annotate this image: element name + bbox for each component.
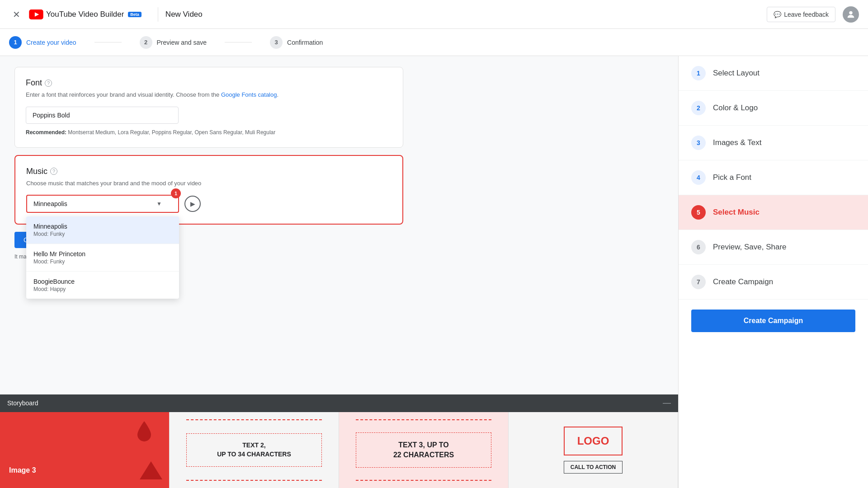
sidebar-item-create-campaign[interactable]: 7 Create Campaign	[679, 265, 868, 300]
music-select-container: 1 Minneapolis ▼ Minneapolis Mood: Funky …	[26, 195, 179, 213]
storyboard-frame-1[interactable]: Image 3	[0, 412, 170, 488]
sidebar-label-3: Images & Text	[713, 138, 761, 147]
step-1[interactable]: 1 Create your video	[9, 36, 76, 49]
header-divider	[158, 7, 158, 22]
avatar[interactable]	[843, 6, 859, 23]
frame-4-logo: LOGO	[564, 427, 623, 455]
option-mood-0: Mood: Funky	[33, 231, 172, 237]
select-arrow-icon: ▼	[156, 201, 162, 207]
feedback-label: Leave feedback	[784, 11, 829, 18]
music-badge: 1	[171, 188, 181, 198]
storyboard-minimize-button[interactable]: —	[663, 398, 671, 408]
option-name-2: BoogieBounce	[33, 278, 172, 285]
music-option-hello-mr-princeton[interactable]: Hello Mr Princeton Mood: Funky	[26, 244, 179, 272]
sidebar-item-pick-font[interactable]: 4 Pick a Font	[679, 160, 868, 195]
frame-3-bottom-dash	[356, 480, 491, 481]
storyboard-bar: Storyboard —	[0, 394, 678, 411]
header-right: 💬 Leave feedback	[767, 6, 859, 23]
option-mood-2: Mood: Happy	[33, 286, 172, 292]
frame-3-line2: 22 CHARACTERS	[360, 450, 487, 460]
music-play-button[interactable]: ▶	[184, 196, 201, 212]
recommended-label: Recommended:	[26, 129, 66, 136]
music-option-minneapolis[interactable]: Minneapolis Mood: Funky	[26, 216, 179, 244]
sidebar-item-images-text[interactable]: 3 Images & Text	[679, 126, 868, 160]
app-logo: YouTube Video Builder Beta	[29, 9, 142, 19]
sidebar-label-4: Pick a Font	[713, 173, 751, 182]
storyboard-title: Storyboard	[7, 399, 38, 407]
frame-1-triangle	[140, 461, 162, 481]
avatar-icon	[846, 9, 856, 19]
frame-1-content: Image 3	[0, 412, 169, 488]
step-1-label: Create your video	[26, 39, 76, 46]
sidebar-label-2: Color & Logo	[713, 103, 758, 113]
steps-bar: 1 Create your video 2 Preview and save 3…	[0, 29, 868, 56]
font-description: Enter a font that reinforces your brand …	[26, 90, 392, 99]
storyboard-frames: Image 3 TEXT 2, UP TO 34 CHARACTERS TEXT…	[0, 411, 678, 488]
sidebar-item-preview-save[interactable]: 6 Preview, Save, Share	[679, 230, 868, 265]
font-section-title: Font ?	[26, 78, 392, 88]
sidebar-circle-6: 6	[691, 240, 706, 254]
frame-2-bottom-dash	[186, 480, 321, 481]
frame-1-label: Image 3	[9, 466, 36, 474]
frame-3-line1: TEXT 3, UP TO	[360, 440, 487, 450]
app-name-label: YouTube Video Builder	[46, 10, 124, 19]
music-section: Music ? Choose music that matches your b…	[14, 155, 403, 225]
frame-3-top-dash	[356, 419, 491, 420]
step-2[interactable]: 2 Preview and save	[140, 36, 207, 49]
recommended-fonts: Recommended: Montserrat Medium, Lora Reg…	[26, 128, 392, 136]
sidebar-label-5: Select Music	[713, 208, 760, 217]
right-sidebar: 1 Select Layout 2 Color & Logo 3 Images …	[678, 56, 868, 488]
youtube-icon	[29, 9, 43, 19]
sidebar-circle-2: 2	[691, 101, 706, 115]
option-name-0: Minneapolis	[33, 223, 172, 230]
frame-2-line1: TEXT 2,	[190, 441, 317, 450]
step-2-circle: 2	[140, 36, 152, 49]
feedback-button[interactable]: 💬 Leave feedback	[767, 7, 835, 22]
step-connector-1	[94, 42, 122, 42]
font-help-icon[interactable]: ?	[45, 80, 52, 87]
sidebar-circle-1: 1	[691, 66, 706, 80]
storyboard-frame-4[interactable]: LOGO CALL TO ACTION	[509, 412, 678, 488]
sidebar-item-select-layout[interactable]: 1 Select Layout	[679, 56, 868, 91]
music-description: Choose music that matches your brand and…	[26, 179, 392, 188]
font-input[interactable]	[26, 107, 179, 124]
option-mood-1: Mood: Funky	[33, 258, 172, 265]
music-help-icon[interactable]: ?	[50, 168, 57, 175]
music-dropdown-menu: Minneapolis Mood: Funky Hello Mr Princet…	[26, 216, 179, 299]
sidebar-circle-4: 4	[691, 170, 706, 185]
font-section: Font ? Enter a font that reinforces your…	[14, 67, 403, 148]
frame-4-cta: CALL TO ACTION	[564, 461, 623, 474]
feedback-icon: 💬	[774, 11, 781, 18]
step-3-label: Confirmation	[287, 39, 323, 46]
frame-2-line2: UP TO 34 CHARACTERS	[190, 450, 317, 459]
music-option-boogybounce[interactable]: BoogieBounce Mood: Happy	[26, 272, 179, 299]
storyboard-frame-2[interactable]: TEXT 2, UP TO 34 CHARACTERS	[170, 412, 339, 488]
page-title: New Video	[165, 10, 203, 19]
music-select-wrapper: 1 Minneapolis ▼ Minneapolis Mood: Funky …	[26, 195, 392, 213]
step-2-label: Preview and save	[157, 39, 207, 46]
storyboard-frame-3[interactable]: TEXT 3, UP TO 22 CHARACTERS	[339, 412, 509, 488]
sidebar-circle-3: 3	[691, 136, 706, 150]
close-button[interactable]: ✕	[9, 7, 24, 22]
frame-4-content: LOGO CALL TO ACTION	[525, 427, 660, 474]
svg-marker-3	[140, 461, 162, 479]
play-icon: ▶	[190, 200, 195, 207]
create-campaign-btn-container: Create Campaign	[679, 300, 868, 342]
frame-2-top-dash	[186, 419, 321, 420]
svg-point-2	[849, 11, 852, 14]
music-section-title: Music ?	[26, 167, 392, 176]
frame-2-text-box: TEXT 2, UP TO 34 CHARACTERS	[186, 433, 321, 466]
option-name-1: Hello Mr Princeton	[33, 250, 172, 258]
google-fonts-link[interactable]: Google Fonts catalog	[221, 91, 277, 98]
create-campaign-button[interactable]: Create Campaign	[691, 310, 855, 332]
music-selected-value: Minneapolis	[33, 200, 67, 207]
step-3-circle: 3	[270, 36, 283, 49]
sidebar-label-6: Preview, Save, Share	[713, 243, 787, 252]
sidebar-circle-7: 7	[691, 275, 706, 289]
sidebar-item-select-music[interactable]: 5 Select Music	[679, 195, 868, 230]
sidebar-item-color-logo[interactable]: 2 Color & Logo	[679, 91, 868, 126]
step-3[interactable]: 3 Confirmation	[270, 36, 323, 49]
sidebar-circle-5: 5	[691, 205, 706, 220]
step-connector-2	[225, 42, 252, 42]
music-select-display[interactable]: Minneapolis ▼	[26, 195, 179, 213]
